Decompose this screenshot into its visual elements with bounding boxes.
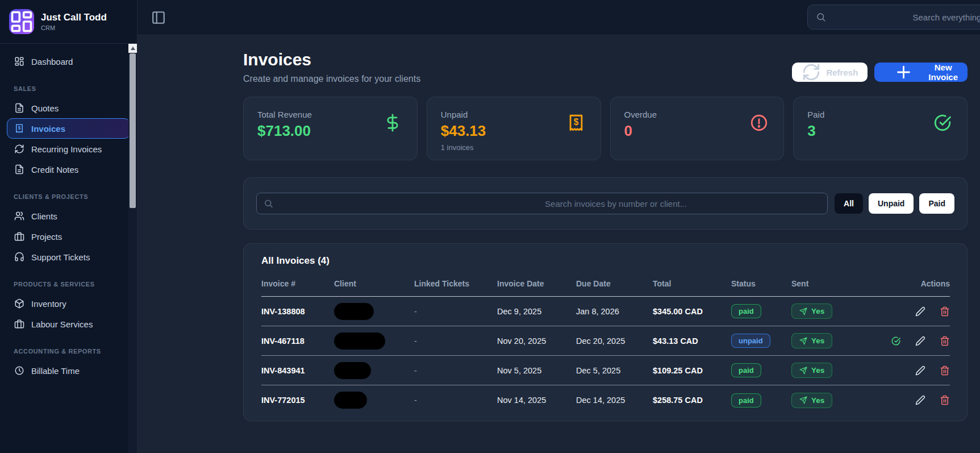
sidebar-toggle-button[interactable]	[151, 10, 166, 25]
global-search	[807, 5, 980, 30]
pencil-icon	[915, 365, 925, 376]
briefcase-icon	[14, 319, 24, 329]
stat-card-unpaid: Unpaid$43.131 invoices$	[427, 97, 601, 160]
dollar-sign-icon	[383, 113, 402, 132]
filter-button-paid[interactable]: Paid	[919, 193, 954, 214]
invoices-table-card: All Invoices (4) Invoice #ClientLinked T…	[243, 243, 968, 421]
sidebar-item-support-tickets[interactable]: Support Tickets	[7, 247, 130, 267]
due-date-cell: Jan 8, 2026	[576, 307, 653, 316]
invoice-number-cell: INV-138808	[261, 307, 334, 316]
invoice-search-input[interactable]	[545, 199, 820, 209]
sidebar-item-projects[interactable]: Projects	[7, 226, 130, 247]
stat-label: Overdue	[624, 110, 770, 119]
page-subtitle: Create and manage invoices for your clie…	[243, 74, 420, 84]
status-cell: unpaid	[731, 334, 791, 348]
table-title: All Invoices (4)	[261, 255, 950, 267]
send-icon	[799, 396, 807, 404]
sent-label: Yes	[811, 307, 824, 315]
file-text-icon	[14, 164, 24, 174]
edit-invoice-button[interactable]	[915, 306, 925, 317]
invoice-date-cell: Nov 14, 2025	[497, 396, 576, 405]
sidebar-item-billable-time[interactable]: Billable Time	[7, 360, 130, 381]
stat-card-overdue: Overdue0	[610, 97, 785, 160]
delete-invoice-button[interactable]	[940, 306, 950, 317]
stat-value: $713.00	[257, 122, 403, 140]
mark-paid-button[interactable]	[891, 336, 901, 346]
status-cell: paid	[731, 304, 791, 318]
status-cell: paid	[731, 363, 791, 377]
sidebar-item-labour-services[interactable]: Labour Services	[7, 314, 130, 334]
refresh-button-label: Refresh	[826, 68, 858, 77]
invoice-search	[256, 193, 828, 214]
edit-invoice-button[interactable]	[915, 395, 925, 405]
sent-label: Yes	[811, 396, 824, 405]
column-header-invoice-: Invoice #	[261, 279, 334, 288]
delete-invoice-button[interactable]	[940, 336, 950, 346]
check-circle-icon	[891, 336, 901, 346]
status-badge: paid	[731, 304, 761, 318]
new-invoice-button[interactable]: New Invoice	[874, 63, 968, 82]
sidebar-item-label: Projects	[31, 232, 62, 242]
actions-cell	[877, 395, 950, 405]
trash-icon	[940, 365, 950, 376]
actions-cell	[877, 306, 950, 317]
sidebar-item-recurring-invoices[interactable]: Recurring Invoices	[7, 139, 130, 159]
sent-cell: Yes	[791, 304, 877, 319]
column-header-actions: Actions	[877, 279, 950, 288]
sidebar-item-label: Billable Time	[31, 366, 80, 376]
edit-invoice-button[interactable]	[915, 365, 925, 376]
stats-row: Total Revenue$713.00Unpaid$43.131 invoic…	[243, 97, 968, 160]
sent-label: Yes	[811, 336, 824, 345]
scrollbar-thumb[interactable]	[130, 53, 136, 208]
sidebar-scrollbar[interactable]	[128, 44, 137, 453]
pencil-icon	[915, 395, 925, 405]
layout-dashboard-icon	[14, 56, 24, 67]
sidebar-header: Just Call Todd CRM	[0, 0, 137, 44]
refresh-icon	[14, 144, 24, 154]
briefcase-icon	[14, 231, 24, 242]
sent-badge: Yes	[791, 304, 832, 319]
sidebar-item-inventory[interactable]: Inventory	[7, 293, 130, 314]
nav-section-title: CLIENTS & PROJECTS	[14, 193, 123, 200]
column-header-status: Status	[731, 279, 791, 288]
sidebar-item-dashboard[interactable]: Dashboard	[7, 51, 130, 72]
stat-subtext: 1 invoices	[441, 143, 587, 152]
actions-cell	[877, 336, 950, 346]
stat-value: 0	[624, 122, 770, 140]
filter-button-unpaid[interactable]: Unpaid	[869, 193, 914, 214]
sidebar-item-invoices[interactable]: $Invoices	[7, 118, 130, 139]
invoice-number-cell: INV-772015	[261, 396, 334, 405]
table-body: INV-138808-Dec 9, 2025Jan 8, 2026$345.00…	[261, 297, 950, 415]
page-header: Invoices Create and manage invoices for …	[243, 50, 968, 84]
scrollbar-up-button[interactable]	[128, 44, 137, 53]
total-cell: $258.75 CAD	[653, 396, 731, 405]
trash-icon	[940, 336, 950, 346]
global-search-input[interactable]	[913, 13, 980, 22]
column-header-linked-tickets: Linked Tickets	[414, 279, 497, 288]
main-content: Invoices Create and manage invoices for …	[137, 35, 980, 453]
redacted-client-name	[334, 392, 367, 409]
table-row: INV-467118-Nov 20, 2025Dec 20, 2025$43.1…	[261, 326, 950, 356]
table-row: INV-138808-Dec 9, 2025Jan 8, 2026$345.00…	[261, 297, 950, 326]
users-icon	[14, 211, 24, 221]
sent-badge: Yes	[791, 333, 832, 348]
sidebar-item-quotes[interactable]: Quotes	[7, 98, 130, 118]
client-cell	[334, 362, 414, 379]
sidebar-item-label: Quotes	[31, 103, 59, 113]
headphones-icon	[14, 252, 24, 262]
sidebar-item-credit-notes[interactable]: Credit Notes	[7, 159, 130, 180]
delete-invoice-button[interactable]	[940, 395, 950, 405]
trash-icon	[940, 306, 950, 317]
delete-invoice-button[interactable]	[940, 365, 950, 376]
sidebar-item-clients[interactable]: Clients	[7, 206, 130, 226]
total-cell: $43.13 CAD	[653, 336, 731, 346]
filter-button-all[interactable]: All	[835, 193, 863, 214]
sidebar-item-label: Clients	[31, 211, 57, 221]
refresh-button[interactable]: Refresh	[792, 63, 868, 82]
scroll-up-icon	[131, 47, 135, 50]
edit-invoice-button[interactable]	[915, 336, 925, 346]
sidebar-item-label: Recurring Invoices	[31, 144, 102, 154]
total-cell: $109.25 CAD	[653, 366, 731, 375]
check-circle-icon	[933, 113, 952, 132]
sent-cell: Yes	[791, 393, 877, 408]
